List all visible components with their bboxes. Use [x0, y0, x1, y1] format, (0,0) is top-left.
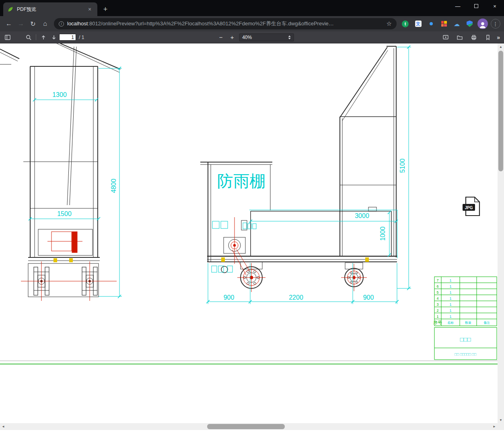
blue-ring-icon	[430, 22, 433, 25]
row-qty: 1	[449, 315, 451, 319]
previous-page-icon[interactable]	[38, 33, 49, 42]
next-page-icon[interactable]	[49, 33, 59, 42]
tab-close-icon[interactable]: ×	[86, 6, 93, 13]
pdf-viewport[interactable]: 1300 4800 1500	[0, 43, 504, 434]
close-button[interactable]: ×	[485, 0, 504, 12]
extensions-area: t 文 ☁ ⋮	[400, 19, 501, 29]
horizontal-scroll-thumb[interactable]	[207, 424, 285, 429]
page-count-label: / 1	[79, 35, 84, 40]
titleblock-footer: □□ □□□□□ □□	[455, 352, 476, 356]
jpg-file-icon: JPG	[463, 197, 479, 216]
cad-drawing: 1300 4800 1500	[0, 43, 498, 423]
select-spinner-icon	[288, 35, 290, 39]
dim-label-5100: 5100	[399, 158, 406, 173]
minimize-button[interactable]: —	[448, 0, 467, 12]
tab-title: PDF预览	[17, 6, 83, 13]
browser-menu-button[interactable]: ⋮	[490, 19, 501, 29]
zoom-controls: − + 40%	[216, 33, 294, 42]
zoom-in-button[interactable]: +	[228, 33, 237, 42]
grid-icon	[441, 21, 447, 27]
print-icon[interactable]	[469, 33, 479, 42]
avatar	[477, 19, 488, 29]
kebab-menu-icon: ⋮	[491, 19, 500, 29]
new-tab-button[interactable]: +	[100, 4, 111, 15]
side-view	[200, 46, 397, 288]
scroll-up-icon[interactable]: ▲	[498, 43, 504, 50]
open-file-icon[interactable]	[455, 33, 465, 42]
dim-label-3000: 3000	[355, 212, 369, 219]
sidebar-toggle-icon[interactable]	[2, 33, 13, 42]
extension-icon-2[interactable]: 文	[413, 19, 424, 29]
dim-label-900-rear: 900	[363, 294, 374, 301]
row-no: 6	[436, 284, 438, 288]
dim-label-2200: 2200	[289, 294, 303, 301]
reload-icon[interactable]: ↻	[27, 18, 39, 29]
row-qty: 1	[449, 302, 451, 306]
titleblock-col-no: 序号	[433, 320, 442, 325]
translate-icon: 文	[415, 21, 422, 27]
extension-icon-5[interactable]: ☁	[451, 19, 462, 29]
row-no: 5	[436, 290, 438, 294]
dim-label-1300: 1300	[52, 91, 67, 98]
dim-label-900-front: 900	[224, 294, 235, 301]
row-qty: 1	[449, 284, 451, 288]
extension-icon-3[interactable]	[426, 19, 436, 29]
row-no: 1	[436, 315, 438, 319]
bookmark-star-icon[interactable]: ☆	[387, 20, 392, 27]
leaf-favicon-icon	[7, 6, 14, 12]
titleblock-col-qty: 数量	[465, 321, 471, 325]
titleblock-col-note: 备注	[483, 321, 490, 325]
zoom-select[interactable]: 40%	[239, 33, 294, 41]
row-qty: 1	[449, 290, 451, 294]
url-text: localhost:8012/onlinePreview?url=http%3A…	[67, 20, 383, 27]
presentation-mode-icon[interactable]	[440, 33, 451, 42]
browser-window: PDF预览 × + — × ← → ↻ ⌂ i localhost:8012/o…	[0, 0, 504, 434]
pdf-toolbar: / 1 − + 40% »	[0, 31, 504, 43]
sheet-border	[0, 361, 498, 364]
title-block	[434, 277, 497, 360]
address-bar[interactable]: i localhost:8012/onlinePreview?url=http%…	[54, 18, 397, 29]
vertical-scroll-thumb[interactable]	[498, 51, 503, 171]
url-path: :8012/onlinePreview?url=http%3A%2F%2Floc…	[88, 21, 333, 27]
shield-icon	[467, 21, 473, 27]
row-qty: 1	[449, 309, 451, 313]
canopy-label: 防雨棚	[217, 172, 265, 190]
window-controls: — ×	[448, 0, 504, 12]
dim-label-1500: 1500	[57, 210, 72, 217]
extension-icon-6[interactable]	[464, 19, 475, 29]
page-number-input[interactable]	[59, 34, 76, 41]
home-icon[interactable]: ⌂	[39, 18, 51, 29]
back-icon[interactable]: ←	[3, 18, 14, 29]
tab-pdf-preview[interactable]: PDF预览 ×	[3, 2, 97, 16]
row-no: 7	[436, 278, 438, 282]
dim-label-1000: 1000	[379, 226, 386, 241]
front-view	[0, 43, 120, 297]
jpg-badge-label: JPG	[465, 206, 473, 210]
extension-icon-1[interactable]: t	[400, 19, 411, 29]
zoom-out-button[interactable]: −	[216, 33, 225, 42]
forward-icon[interactable]: →	[15, 18, 27, 29]
maximize-button[interactable]	[467, 0, 485, 12]
bookmark-icon[interactable]	[483, 33, 493, 42]
scroll-down-icon[interactable]: ▼	[498, 417, 504, 423]
dim-label-4800: 4800	[110, 179, 117, 193]
titleblock-col-name: 名称	[447, 321, 454, 325]
tab-strip: PDF预览 × + — ×	[0, 0, 504, 16]
title-block-rows: 7 6 5 4 3 2 1 1 1 1 1 1 1 1 序号 名称 数量 备注 …	[433, 278, 490, 356]
cloud-icon: ☁	[454, 21, 460, 27]
scroll-right-icon[interactable]: ►	[491, 423, 498, 430]
scrollbar-corner	[498, 423, 504, 430]
toolbar-overflow-icon[interactable]: »	[497, 34, 500, 41]
zoom-value: 40%	[242, 35, 252, 40]
extension-icon-4[interactable]	[438, 19, 449, 29]
info-icon[interactable]: i	[59, 21, 64, 27]
horizontal-scrollbar[interactable]: ◄ ►	[0, 423, 498, 430]
drawing-name-label: □□□	[460, 336, 471, 343]
row-qty: 1	[449, 296, 451, 300]
scroll-left-icon[interactable]: ◄	[0, 423, 6, 430]
search-icon[interactable]	[23, 33, 34, 42]
vertical-scrollbar[interactable]: ▲ ▼	[498, 43, 504, 423]
toolbar-separator	[36, 34, 36, 40]
row-no: 2	[436, 309, 438, 313]
profile-button[interactable]	[477, 19, 488, 29]
